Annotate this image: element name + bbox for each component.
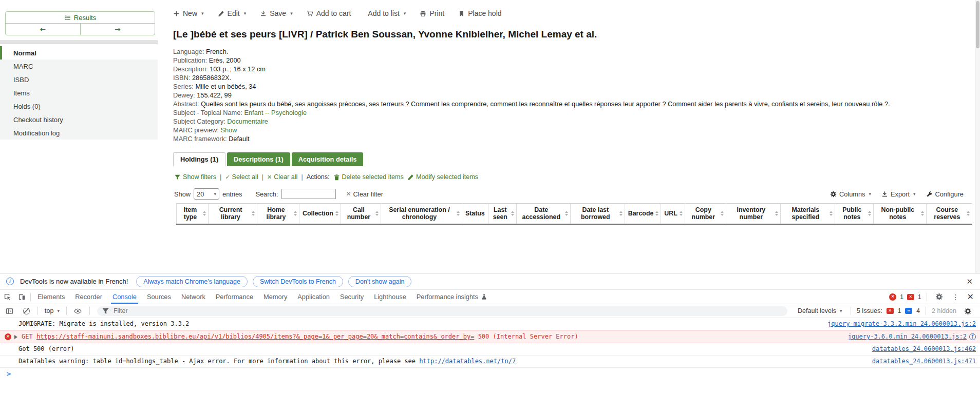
detail-value-link[interactable]: Show xyxy=(220,126,237,134)
previous-result-button[interactable]: ← xyxy=(6,24,80,35)
sidebar-item-holds-0[interactable]: Holds (0) xyxy=(0,100,158,113)
select-all-link[interactable]: ✓Select all xyxy=(225,173,258,181)
column-header-collection[interactable]: Collection xyxy=(299,204,341,224)
clear-console-icon[interactable] xyxy=(19,304,33,318)
banner-button-always-match-chrome-s-language[interactable]: Always match Chrome's language xyxy=(136,276,248,287)
devtools-tab-performance-insights[interactable]: Performance insights xyxy=(411,290,493,304)
sidebar-item-marc[interactable]: MARC xyxy=(0,60,158,73)
tab-descriptions-1[interactable]: Descriptions (1) xyxy=(227,152,290,166)
column-header-current-library[interactable]: Current library xyxy=(209,204,257,224)
column-header-date-last-borrowed[interactable]: Date last borrowed xyxy=(570,204,625,224)
banner-button-switch-devtools-to-french[interactable]: Switch DevTools to French xyxy=(253,276,343,287)
column-header-date-accessioned[interactable]: Date accessioned xyxy=(516,204,570,224)
console-filter-input[interactable] xyxy=(112,307,783,315)
export-button[interactable]: Export ▾ xyxy=(881,190,916,198)
next-result-button[interactable]: → xyxy=(80,24,155,35)
detail-value-link[interactable]: Documentaire xyxy=(227,117,268,125)
sidebar-item-checkout-history[interactable]: Checkout history xyxy=(0,113,158,126)
message-link[interactable]: https://staff-mainuni.sandboxes.biblibre… xyxy=(36,333,475,340)
source-link[interactable]: jquery-3.6.0.min_24.0600013.js:2 xyxy=(848,333,967,341)
devtools-tab-application[interactable]: Application xyxy=(292,290,335,304)
page-scrollbar[interactable] xyxy=(975,0,980,273)
device-toolbar-icon[interactable] xyxy=(14,290,29,304)
banner-button-don-t-show-again[interactable]: Don't show again xyxy=(348,276,412,287)
column-header-url[interactable]: URL xyxy=(661,204,685,224)
sort-icon xyxy=(457,211,460,216)
function-badge-icon[interactable]: ƒ xyxy=(969,333,976,340)
javascript-context-select[interactable]: top ▾ xyxy=(42,307,62,314)
console-sidebar-icon[interactable] xyxy=(2,304,16,318)
banner-close-icon[interactable]: ✕ xyxy=(963,277,976,286)
devtools-tab-performance[interactable]: Performance xyxy=(211,290,258,304)
issues-summary-label[interactable]: 5 Issues: xyxy=(857,307,882,314)
column-header-last-seen[interactable]: Last seen xyxy=(488,204,516,224)
devtools-tab-lighthouse[interactable]: Lighthouse xyxy=(369,290,411,304)
scrollbar-thumb[interactable] xyxy=(976,1,979,48)
column-header-course-reserves[interactable]: Course reserves xyxy=(926,204,972,224)
console-errors-icon[interactable]: ✕ xyxy=(889,293,896,301)
column-header-inventory-number[interactable]: Inventory number xyxy=(726,204,780,224)
delete-selected-items-link[interactable]: Delete selected items xyxy=(333,173,404,181)
column-header-home-library[interactable]: Home library xyxy=(257,204,299,224)
toolbar-add-to-list-button[interactable]: Add to list▾ xyxy=(365,9,406,17)
tab-holdings-1[interactable]: Holdings (1) xyxy=(173,152,225,166)
issues-icon[interactable]: ✕ xyxy=(907,294,914,300)
results-navigation: Results ← → xyxy=(5,11,155,35)
live-expression-eye-icon[interactable] xyxy=(71,304,85,318)
devtools-tab-sources[interactable]: Sources xyxy=(142,290,176,304)
column-header-materials-specified[interactable]: Materials specified xyxy=(780,204,835,224)
settings-gear-icon[interactable] xyxy=(932,290,947,304)
sidebar-item-normal[interactable]: Normal xyxy=(0,46,158,60)
source-link[interactable]: datatables_24.0600013.js:462 xyxy=(872,345,976,353)
column-header-barcode[interactable]: Barcode xyxy=(625,204,661,224)
devtools-tab-recorder[interactable]: Recorder xyxy=(70,290,107,304)
message-link[interactable]: http://datatables.net/tn/7 xyxy=(419,358,516,365)
toolbar-save-button[interactable]: Save▾ xyxy=(260,9,292,17)
source-link[interactable]: datatables_24.0600013.js:471 xyxy=(872,358,976,365)
column-header-call-number[interactable]: Call number xyxy=(341,204,381,224)
console-settings-gear-icon[interactable] xyxy=(960,304,975,318)
toolbar-add-to-cart-button[interactable]: Add to cart xyxy=(307,9,351,17)
entries-select[interactable]: 20 ▾ xyxy=(194,188,219,200)
clear-all-link[interactable]: ✕Clear all xyxy=(267,173,297,181)
sidebar-item-isbd[interactable]: ISBD xyxy=(0,73,158,86)
devtools-tab-memory[interactable]: Memory xyxy=(258,290,292,304)
source-link[interactable]: jquery-migrate-3.3.2.min_24.0600013.js:2 xyxy=(827,320,976,328)
toolbar-print-button[interactable]: Print xyxy=(420,9,444,17)
column-header-non-public-notes[interactable]: Non-public notes xyxy=(873,204,926,224)
tab-acquisition-details[interactable]: Acquisition details xyxy=(292,152,364,166)
hidden-messages-label[interactable]: 2 hidden xyxy=(932,307,956,314)
column-header-serial-enumeration-chronology[interactable]: Serial enumeration / chronology xyxy=(381,204,462,224)
search-input[interactable] xyxy=(281,189,336,199)
clear-filter-button[interactable]: ✕ Clear filter xyxy=(346,190,383,198)
show-filters-link[interactable]: Show filters xyxy=(174,173,216,181)
console-filter-field[interactable] xyxy=(97,306,787,316)
toolbar-edit-button[interactable]: Edit▾ xyxy=(218,9,247,17)
console-prompt[interactable]: > xyxy=(0,368,980,373)
modify-selected-items-link[interactable]: Modify selected items xyxy=(407,173,478,181)
chevron-down-icon: ▾ xyxy=(214,191,216,196)
toolbar-new-button[interactable]: New▾ xyxy=(173,9,204,17)
column-header-copy-number[interactable]: Copy number xyxy=(685,204,726,224)
column-label: Collection xyxy=(303,210,333,217)
inspect-element-icon[interactable] xyxy=(0,290,14,304)
columns-button[interactable]: Columns ▾ xyxy=(830,190,871,198)
sidebar-item-modification-log[interactable]: Modification log xyxy=(0,126,158,140)
detail-value-link[interactable]: Enfant -- Psychologie xyxy=(244,109,307,116)
devtools-close-icon[interactable]: ✕ xyxy=(965,292,976,302)
sidebar-item-items[interactable]: Items xyxy=(0,86,158,100)
devtools-tab-label: Performance insights xyxy=(417,290,478,304)
expand-triangle-icon[interactable] xyxy=(14,335,17,339)
configure-button[interactable]: Configure xyxy=(926,190,964,198)
results-button[interactable]: Results xyxy=(6,12,155,24)
more-options-icon[interactable]: ⋮ xyxy=(950,293,962,301)
toolbar-place-hold-button[interactable]: Place hold xyxy=(458,9,501,17)
devtools-tab-network[interactable]: Network xyxy=(176,290,211,304)
devtools-tab-security[interactable]: Security xyxy=(335,290,369,304)
log-levels-select[interactable]: Default levels ▾ xyxy=(795,307,845,314)
column-header-public-notes[interactable]: Public notes xyxy=(835,204,873,224)
devtools-tab-elements[interactable]: Elements xyxy=(32,290,70,304)
devtools-tab-console[interactable]: Console xyxy=(107,290,142,304)
column-header-status[interactable]: Status xyxy=(462,204,488,224)
column-header-item-type[interactable]: Item type xyxy=(177,204,209,224)
